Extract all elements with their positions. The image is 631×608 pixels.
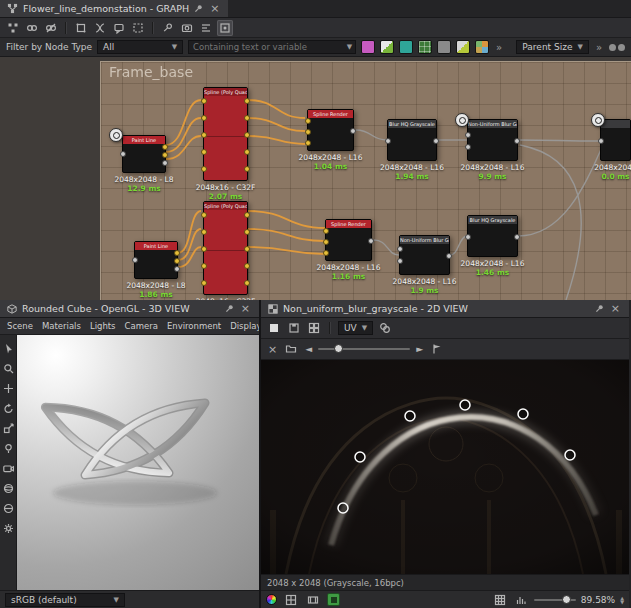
close-icon[interactable]: × — [609, 303, 622, 314]
graph-view-icon[interactable] — [5, 20, 21, 36]
timeline-slider-knob[interactable] — [334, 344, 343, 353]
close-icon[interactable]: × — [239, 303, 252, 314]
graph-node-spline-render-1[interactable]: Spline Render 2048x2048 - L161.04 ms — [307, 109, 354, 151]
graph-search-input[interactable] — [189, 42, 347, 52]
display-output-badge[interactable] — [109, 128, 123, 142]
graph-node-paint-line-1[interactable]: Paint Line 2048x2048 - L812.9 ms — [122, 135, 166, 173]
flag-icon[interactable] — [429, 341, 445, 357]
graph-node-blur-hq-2[interactable]: Blur HQ Grayscale 2048x2048 - L161.46 ms — [467, 215, 518, 257]
colorspace-dropdown[interactable]: sRGB (default)▼ — [5, 593, 125, 607]
graph-node-paint-line-2[interactable]: Paint Line 2048x2048 - L81.86 ms — [134, 241, 178, 279]
channels-icon[interactable] — [377, 320, 393, 336]
timeline-slider[interactable] — [318, 348, 410, 350]
uv-overlay-dropdown[interactable]: UV▼ — [338, 321, 373, 335]
light-tool-icon[interactable] — [2, 442, 15, 455]
pixel-grid-icon[interactable] — [492, 592, 508, 608]
zoom-stepper[interactable]: ▲▼ — [620, 596, 624, 604]
close-icon[interactable]: × — [208, 3, 221, 14]
view3d-viewport[interactable] — [17, 335, 259, 590]
overflow-chevron-icon[interactable]: » — [494, 42, 504, 53]
filter-label: Filter by Node Type — [6, 42, 92, 52]
menu-materials[interactable]: Materials — [42, 321, 81, 331]
material-ball-icon[interactable] — [2, 482, 15, 495]
graph-node-spline-2[interactable]: Spline (Poly Quadratic) 2048x16 - C32F — [203, 201, 248, 295]
zoom-tool-icon[interactable] — [2, 362, 15, 375]
menu-display[interactable]: Display — [230, 321, 261, 331]
graph-node-edge[interactable]: 2048x20480.0 ms — [600, 119, 631, 161]
comment-icon[interactable] — [111, 20, 127, 36]
menu-camera[interactable]: Camera — [125, 321, 158, 331]
pin-node-icon[interactable] — [160, 20, 176, 36]
graph-node-spline-render-2[interactable]: Spline Render 2048x2048 - L161.16 ms — [325, 219, 372, 261]
chevron-down-icon[interactable]: ▼ — [347, 43, 352, 51]
view2d-viewport[interactable] — [261, 360, 629, 574]
scale-tool-icon[interactable] — [2, 422, 15, 435]
output-dots-icon[interactable] — [609, 44, 625, 51]
histogram-icon[interactable] — [513, 592, 529, 608]
pin-icon[interactable] — [225, 304, 234, 313]
zoom-slider-knob[interactable] — [562, 595, 571, 604]
close-preview-icon[interactable]: × — [266, 344, 279, 355]
graph-panel: Flower_line_demonstation - GRAPH × — [0, 0, 631, 300]
rotate-tool-icon[interactable] — [2, 402, 15, 415]
graph-node-non-uniform-blur-2[interactable]: Non-Uniform Blur Gray... 2048x2048 - L16… — [399, 235, 450, 275]
save-image-icon[interactable] — [286, 320, 302, 336]
node-title: Spline Render — [308, 110, 353, 118]
graph-node-spline-1[interactable]: Spline (Poly Quadratic) 2048x16 - C32F2.… — [203, 87, 248, 181]
node-title: Spline (Poly Quadratic) — [204, 202, 247, 210]
align-icon[interactable] — [198, 20, 214, 36]
mesh-filter-icon[interactable] — [418, 40, 432, 54]
link-icon[interactable] — [24, 20, 40, 36]
tab-3d-view[interactable]: Rounded Cube - OpenGL - 3D VIEW × — [0, 300, 259, 317]
filmstrip-icon[interactable] — [305, 592, 321, 608]
select-tool-icon[interactable] — [2, 342, 15, 355]
tab-2d-view[interactable]: Non_uniform_blur_grayscale - 2D VIEW × — [261, 300, 629, 317]
graph-canvas[interactable]: Frame_base — [0, 57, 631, 300]
menu-environment[interactable]: Environment — [167, 321, 221, 331]
environment-tool-icon[interactable] — [2, 502, 15, 515]
channel-grid-icon[interactable] — [283, 592, 299, 608]
overflow-chevron-icon[interactable]: » — [594, 42, 604, 53]
graph-node-blur-hq-1[interactable]: Blur HQ Grayscale 2048x2048 - L161.94 ms — [387, 119, 437, 161]
colorspace-active-icon[interactable] — [327, 593, 340, 606]
settings-tool-icon[interactable] — [2, 522, 15, 535]
expose-output-icon[interactable] — [217, 20, 233, 36]
prev-frame-icon[interactable]: ◄ — [303, 344, 314, 354]
transform-gizmo-icon[interactable] — [73, 20, 89, 36]
color-wheel-icon[interactable] — [266, 594, 277, 605]
node-type-dropdown[interactable]: All▼ — [97, 40, 183, 54]
menu-lights[interactable]: Lights — [90, 321, 116, 331]
chevron-down-icon: ▼ — [577, 43, 582, 51]
unlink-icon[interactable] — [43, 20, 59, 36]
material-filter-icon[interactable] — [399, 40, 413, 54]
display-output-badge[interactable] — [455, 113, 469, 127]
tabbar-empty — [228, 0, 631, 17]
reroute-icon[interactable] — [92, 20, 108, 36]
pin-icon[interactable] — [595, 304, 604, 313]
tab-graph[interactable]: Flower_line_demonstation - GRAPH × — [0, 0, 228, 17]
node-stats: 2048x2048 - L161.94 ms — [380, 163, 444, 181]
view-transform-icon[interactable] — [266, 320, 282, 336]
pin-icon[interactable] — [194, 4, 203, 13]
snapshot-icon[interactable] — [179, 20, 195, 36]
image-filter-icon[interactable] — [361, 40, 375, 54]
generator-filter-icon[interactable] — [437, 40, 451, 54]
toolbar-separator — [329, 322, 331, 334]
open-folder-icon[interactable] — [283, 341, 299, 357]
parent-size-dropdown[interactable]: Parent Size▼ — [516, 40, 589, 54]
next-frame-icon[interactable]: ► — [414, 344, 425, 354]
flower-mesh — [17, 335, 259, 590]
graph-node-non-uniform-blur-1[interactable]: Non-Uniform Blur Gray... 2048x2048 - L16… — [467, 119, 518, 161]
grayscale-image — [261, 360, 629, 574]
frame-icon[interactable] — [130, 20, 146, 36]
view2d-panel: Non_uniform_blur_grayscale - 2D VIEW × U… — [259, 300, 629, 608]
palette-filter-icon[interactable] — [475, 40, 489, 54]
menu-scene[interactable]: Scene — [7, 321, 33, 331]
move-tool-icon[interactable] — [2, 382, 15, 395]
tiling-mode-icon[interactable] — [306, 320, 322, 336]
camera-tool-icon[interactable] — [2, 462, 15, 475]
zoom-slider[interactable] — [534, 599, 576, 601]
function-filter-icon[interactable] — [456, 40, 470, 54]
display-output-badge[interactable] — [591, 113, 605, 127]
atlas-filter-icon[interactable] — [380, 40, 394, 54]
